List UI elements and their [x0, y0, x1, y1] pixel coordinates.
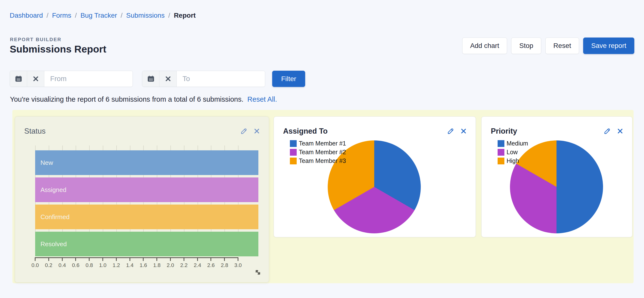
- stop-button[interactable]: Stop: [511, 37, 541, 54]
- chart-actions-priority: [604, 127, 624, 135]
- breadcrumb-forms[interactable]: Forms: [52, 12, 71, 19]
- report-builder-label: REPORT BUILDER: [10, 37, 62, 42]
- breadcrumb-dashboard[interactable]: Dashboard: [10, 12, 43, 19]
- chart-actions-assigned-to: [447, 127, 467, 135]
- axis-tick: [170, 257, 171, 261]
- chart-title-priority: Priority: [491, 127, 517, 136]
- legend-label: Low: [506, 149, 518, 156]
- close-icon[interactable]: [616, 127, 624, 135]
- breadcrumb-separator: /: [168, 12, 170, 19]
- axis-tick: [102, 257, 103, 261]
- from-date-group: [10, 71, 133, 87]
- legend-item: Medium: [498, 140, 528, 147]
- legend-swatch: [290, 140, 297, 147]
- legend-item: Team Member #1: [290, 140, 346, 147]
- bar-new: New: [35, 150, 258, 175]
- legend-item: High: [498, 157, 528, 164]
- legend-swatch: [290, 158, 297, 164]
- x-axis: [35, 257, 238, 258]
- axis-tick-label: 3.0: [228, 262, 248, 269]
- axis-tick: [130, 257, 130, 261]
- chart-card-status: Status NewAssignedConfirmedResolved0.00.…: [15, 116, 269, 283]
- axis-tick: [211, 257, 211, 261]
- breadcrumb: Dashboard / Forms / Bug Tracker / Submis…: [10, 12, 196, 19]
- axis-tick: [143, 257, 144, 261]
- chart-card-assigned-to: Assigned To Team Member #1Team Member #2…: [274, 116, 476, 237]
- axis-tick: [156, 257, 157, 261]
- clear-x-icon: [32, 75, 40, 82]
- legend-swatch: [498, 149, 504, 156]
- to-calendar-button[interactable]: [142, 71, 160, 87]
- legend-item: Team Member #2: [290, 149, 346, 156]
- bar-resolved: Resolved: [35, 232, 258, 256]
- bar-assigned: Assigned: [35, 177, 258, 202]
- edit-pencil-icon[interactable]: [447, 127, 454, 135]
- report-builder-page: Dashboard / Forms / Bug Tracker / Submis…: [0, 0, 644, 298]
- axis-tick: [89, 257, 90, 261]
- bars-area: NewAssignedConfirmedResolved: [35, 150, 260, 256]
- axis-tick: [76, 257, 76, 261]
- axis-tick: [197, 257, 198, 261]
- legend-assigned-to: Team Member #1Team Member #2Team Member …: [290, 140, 346, 166]
- bar-label: Assigned: [35, 186, 66, 194]
- resize-handle-icon[interactable]: [253, 268, 262, 277]
- axis-tick: [224, 257, 225, 261]
- bar-label: Resolved: [35, 240, 67, 248]
- to-date-group: [142, 71, 265, 87]
- dashboard-canvas: Status NewAssignedConfirmedResolved0.00.…: [12, 110, 634, 283]
- breadcrumb-submissions[interactable]: Submissions: [126, 12, 165, 19]
- chart-actions-status: [240, 127, 260, 135]
- from-date-input[interactable]: [44, 71, 132, 87]
- bar-label: New: [35, 159, 53, 167]
- status-bar-plot: NewAssignedConfirmedResolved0.00.20.40.6…: [35, 145, 260, 274]
- filter-button[interactable]: Filter: [272, 71, 305, 87]
- bar-confirmed: Confirmed: [35, 205, 258, 229]
- breadcrumb-separator: /: [121, 12, 123, 19]
- close-icon[interactable]: [460, 127, 467, 135]
- axis-tick: [116, 257, 116, 261]
- chart-title-assigned-to: Assigned To: [283, 127, 328, 136]
- breadcrumb-bug-tracker[interactable]: Bug Tracker: [80, 12, 117, 19]
- chart-title-status: Status: [24, 127, 46, 136]
- legend-label: High: [506, 157, 519, 164]
- legend-swatch: [290, 149, 297, 156]
- legend-label: Team Member #1: [299, 140, 346, 147]
- edit-pencil-icon[interactable]: [240, 127, 248, 135]
- bar-label: Confirmed: [35, 213, 70, 221]
- calendar-icon: [147, 75, 155, 82]
- from-calendar-button[interactable]: [10, 71, 27, 87]
- legend-label: Team Member #3: [299, 157, 346, 164]
- add-chart-button[interactable]: Add chart: [462, 37, 507, 54]
- breadcrumb-separator: /: [75, 12, 77, 19]
- breadcrumb-current-report: Report: [174, 12, 196, 19]
- legend-item: Team Member #3: [290, 157, 346, 164]
- legend-swatch: [498, 158, 504, 164]
- chart-card-priority: Priority MediumLowHigh: [481, 116, 632, 237]
- reset-button[interactable]: Reset: [545, 37, 579, 54]
- date-filter-row: Filter: [10, 71, 305, 87]
- axis-tick: [62, 257, 62, 261]
- save-report-button[interactable]: Save report: [583, 37, 634, 54]
- from-clear-button[interactable]: [27, 71, 44, 87]
- summary-text: You're visualizing the report of 6 submi…: [10, 95, 244, 103]
- breadcrumb-separator: /: [46, 12, 48, 19]
- legend-item: Low: [498, 149, 528, 156]
- to-clear-button[interactable]: [160, 71, 177, 87]
- close-icon[interactable]: [253, 127, 260, 135]
- axis-tick: [184, 257, 184, 261]
- summary-line: You're visualizing the report of 6 submi…: [10, 95, 277, 103]
- legend-label: Team Member #2: [299, 149, 346, 156]
- axis-tick: [238, 257, 238, 261]
- legend-label: Medium: [506, 140, 528, 147]
- to-date-input[interactable]: [177, 71, 265, 87]
- legend-swatch: [498, 140, 504, 147]
- axis-tick: [48, 257, 49, 261]
- calendar-icon: [15, 75, 22, 82]
- reset-all-link[interactable]: Reset All.: [248, 95, 277, 103]
- edit-pencil-icon[interactable]: [604, 127, 611, 135]
- toolbar: Add chart Stop Reset Save report: [462, 37, 634, 54]
- legend-priority: MediumLowHigh: [498, 140, 528, 166]
- page-title: Submissions Report: [10, 43, 106, 55]
- clear-x-icon: [164, 75, 172, 82]
- axis-tick: [35, 257, 36, 261]
